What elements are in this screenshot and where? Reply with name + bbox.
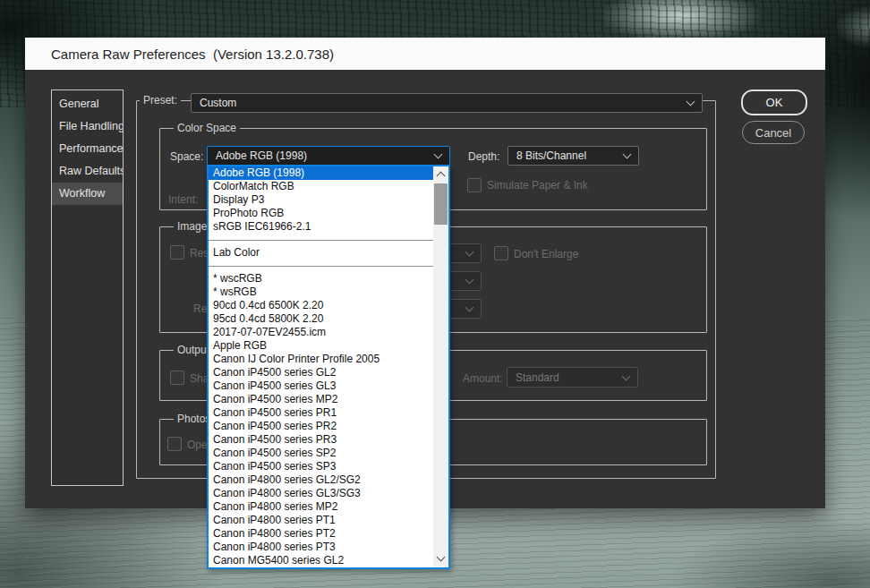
chevron-down-icon: [437, 553, 446, 562]
dropdown-option[interactable]: Canon iP4500 series PR3: [209, 433, 433, 447]
dropdown-option[interactable]: Canon iP4800 series PT1: [209, 514, 433, 527]
space-label: Space:: [170, 150, 203, 163]
dropdown-separator: [209, 234, 433, 246]
ok-button[interactable]: OK: [741, 89, 807, 115]
dropdown-option[interactable]: Canon iP4500 series SP3: [209, 460, 433, 473]
depth-select[interactable]: 8 Bits/Channel: [508, 146, 639, 166]
dropdown-option[interactable]: sRGB IEC61966-2.1: [209, 220, 433, 234]
dropdown-option[interactable]: Canon iP4500 series SP2: [209, 447, 433, 460]
dropdown-option[interactable]: Canon iP4800 series PT3: [209, 541, 433, 554]
dropdown-scrollbar[interactable]: [433, 166, 448, 567]
amount-label: Amount:: [463, 372, 503, 385]
dropdown-option[interactable]: Canon iP4500 series MP2: [209, 393, 433, 406]
sidebar: GeneralFile HandlingPerformanceRaw Defau…: [51, 89, 124, 486]
resize-to-fit-checkbox[interactable]: [170, 245, 184, 260]
dropdown-option[interactable]: Canon iP4800 series GL3/SG3: [209, 487, 433, 500]
depth-label: Depth:: [468, 150, 499, 163]
cancel-button[interactable]: Cancel: [742, 121, 805, 144]
dont-enlarge-label: Don't Enlarge: [514, 248, 578, 260]
dropdown-option[interactable]: * wsRGB: [209, 285, 433, 299]
dropdown-option[interactable]: Canon iP4500 series GL3: [209, 379, 433, 393]
chevron-down-icon: [622, 371, 631, 380]
sidebar-item-file-handling[interactable]: File Handling: [52, 115, 123, 138]
dialog-title: Camera Raw Preferences (Version 13.2.0.7…: [51, 47, 334, 62]
space-select[interactable]: Adobe RGB (1998): [207, 146, 450, 166]
preset-select[interactable]: Custom: [191, 93, 703, 113]
dropdown-option[interactable]: Canon iP4800 series MP2: [209, 500, 433, 514]
open-smart-objects-checkbox[interactable]: [167, 437, 182, 451]
dialog-titlebar[interactable]: Camera Raw Preferences (Version 13.2.0.7…: [25, 38, 825, 70]
dropdown-option[interactable]: Adobe RGB (1998): [209, 166, 433, 180]
space-dropdown-options: Adobe RGB (1998)ColorMatch RGBDisplay P3…: [209, 166, 433, 567]
chevron-down-icon: [465, 303, 474, 312]
sharpen-for-checkbox[interactable]: [170, 371, 184, 385]
sidebar-item-raw-defaults[interactable]: Raw Defaults: [52, 160, 123, 183]
dropdown-option[interactable]: 2017-07-07EV2455.icm: [209, 326, 433, 339]
dropdown-separator: [209, 260, 433, 272]
depth-value: 8 Bits/Channel: [516, 149, 586, 162]
dropdown-option[interactable]: ColorMatch RGB: [209, 180, 433, 193]
amount-select[interactable]: Standard: [507, 367, 638, 388]
screen: Camera Raw Preferences (Version 13.2.0.7…: [0, 0, 870, 588]
dropdown-option[interactable]: Display P3: [209, 193, 433, 207]
color-space-title: Color Space: [174, 122, 240, 134]
chevron-down-icon: [465, 276, 474, 285]
chevron-down-icon: [687, 98, 695, 107]
chevron-up-icon: [437, 172, 446, 181]
dropdown-option[interactable]: Canon iP4500 series PR1: [209, 406, 433, 420]
dropdown-option[interactable]: * wscRGB: [209, 272, 433, 285]
dropdown-option[interactable]: ProPhoto RGB: [209, 207, 433, 220]
dont-enlarge-checkbox[interactable]: [494, 246, 508, 260]
dropdown-option[interactable]: Lab Color: [209, 246, 433, 260]
sidebar-item-workflow[interactable]: Workflow: [52, 183, 123, 205]
dropdown-option[interactable]: Canon iP4500 series PR2: [209, 420, 433, 433]
dropdown-option[interactable]: Canon MG5400 series GL2: [209, 554, 433, 567]
scrollbar-thumb[interactable]: [434, 183, 448, 225]
dropdown-option[interactable]: 90cd 0.4cd 6500K 2.20: [209, 299, 433, 312]
simulate-paper-ink-checkbox[interactable]: [467, 178, 482, 192]
preset-value: Custom: [200, 97, 236, 109]
scroll-down-button[interactable]: [433, 551, 448, 567]
sidebar-item-performance[interactable]: Performance: [52, 138, 123, 160]
dropdown-option[interactable]: Apple RGB: [209, 339, 433, 353]
preset-label: Preset:: [140, 94, 181, 107]
dropdown-option[interactable]: Canon iP4800 series PT2: [209, 527, 433, 541]
dropdown-option[interactable]: Canon iP4500 series GL2: [209, 366, 433, 379]
chevron-down-icon: [623, 150, 632, 159]
amount-value: Standard: [516, 371, 559, 384]
chevron-down-icon: [434, 150, 443, 159]
simulate-paper-ink-label: Simulate Paper & Ink: [487, 179, 588, 192]
chevron-down-icon: [465, 248, 474, 257]
space-value: Adobe RGB (1998): [216, 149, 307, 162]
dropdown-option[interactable]: Canon IJ Color Printer Profile 2005: [209, 353, 433, 366]
dropdown-option[interactable]: Canon iP4800 series GL2/SG2: [209, 473, 433, 487]
space-dropdown-list: Adobe RGB (1998)ColorMatch RGBDisplay P3…: [207, 165, 450, 569]
dropdown-option[interactable]: 95cd 0.4cd 5800K 2.20: [209, 312, 433, 326]
scroll-up-button[interactable]: [433, 166, 448, 183]
sidebar-item-general[interactable]: General: [52, 93, 123, 115]
intent-label: Intent:: [168, 193, 198, 206]
